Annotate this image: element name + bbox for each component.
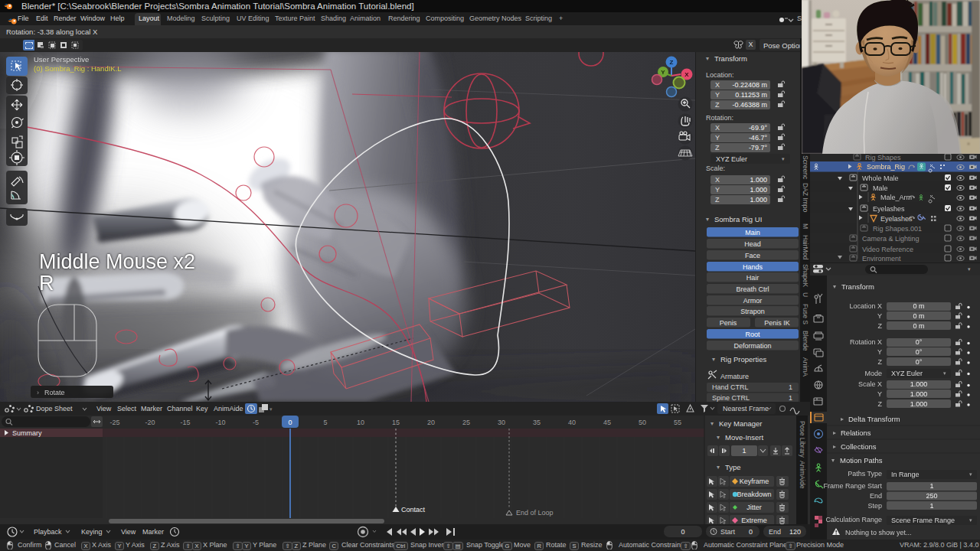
- svg-text:Eyelashes: Eyelashes: [873, 205, 905, 213]
- svg-text:Y: Y: [715, 186, 720, 194]
- svg-text:1.000: 1.000: [910, 380, 928, 388]
- svg-text:Z: Z: [715, 101, 720, 109]
- svg-text:0°: 0°: [916, 348, 923, 356]
- svg-text:Delta Transform: Delta Transform: [848, 415, 900, 423]
- svg-text:-25: -25: [109, 419, 119, 426]
- svg-text:Marker: Marker: [142, 528, 164, 536]
- svg-text:0 m: 0 m: [913, 302, 924, 310]
- svg-text:X: X: [684, 71, 689, 78]
- svg-text:Sombra_Rig: Sombra_Rig: [867, 163, 905, 171]
- svg-text:Contact: Contact: [401, 506, 426, 514]
- svg-text:Whole Male: Whole Male: [862, 174, 899, 182]
- svg-text:Type: Type: [725, 463, 741, 471]
- svg-text:▾: ▾: [717, 434, 720, 441]
- svg-text:In Range: In Range: [891, 471, 920, 478]
- svg-text:Motion Paths: Motion Paths: [840, 456, 883, 465]
- svg-text:120: 120: [789, 528, 801, 536]
- svg-text:-10: -10: [215, 419, 225, 426]
- svg-text:Transform: Transform: [714, 54, 747, 63]
- svg-text:45: 45: [603, 419, 611, 426]
- svg-text:Z: Z: [878, 358, 883, 366]
- svg-text:Eyelashes: Eyelashes: [880, 215, 913, 223]
- svg-text:Key: Key: [196, 405, 208, 412]
- svg-text:▸: ▸: [841, 416, 844, 422]
- svg-text:Y: Y: [715, 134, 720, 142]
- svg-text:Move-Insert: Move-Insert: [725, 433, 764, 442]
- svg-text:Jitter: Jitter: [746, 504, 762, 511]
- svg-text:Scale:: Scale:: [706, 165, 725, 172]
- svg-text:Rotation:: Rotation:: [706, 114, 733, 122]
- svg-text:10: 10: [357, 419, 364, 426]
- svg-text:Root: Root: [745, 331, 760, 338]
- svg-text:R: R: [39, 272, 54, 295]
- svg-text:15: 15: [392, 419, 400, 426]
- svg-text:Rig Shapes: Rig Shapes: [865, 154, 901, 161]
- svg-text:1: 1: [789, 394, 792, 402]
- svg-text:Armature: Armature: [720, 373, 749, 380]
- svg-text:▾: ▾: [969, 517, 972, 523]
- svg-text:Extreme: Extreme: [741, 517, 767, 524]
- svg-text:0 m: 0 m: [913, 312, 924, 320]
- svg-text:Location:: Location:: [706, 71, 734, 79]
- svg-text:End: End: [769, 528, 781, 536]
- svg-text:Key Manager: Key Manager: [719, 419, 763, 428]
- svg-text:Z: Z: [715, 144, 720, 152]
- svg-text:-5: -5: [253, 419, 259, 426]
- svg-text:Sombra Rig UI: Sombra Rig UI: [714, 215, 762, 223]
- svg-text:Deformation: Deformation: [733, 342, 771, 350]
- svg-text:-20: -20: [145, 419, 155, 426]
- svg-text:Hand CTRL: Hand CTRL: [712, 383, 749, 391]
- svg-text:Male_Arm: Male_Arm: [880, 194, 912, 201]
- svg-text:▸: ▸: [833, 443, 836, 450]
- svg-text:50: 50: [639, 419, 646, 426]
- svg-text:-0.22408 m: -0.22408 m: [732, 81, 767, 89]
- svg-text:Marker: Marker: [141, 405, 162, 412]
- svg-text:55: 55: [674, 419, 681, 426]
- svg-text:▾: ▾: [831, 457, 835, 464]
- svg-text:Z: Z: [670, 59, 674, 66]
- svg-text:1.000: 1.000: [910, 390, 928, 398]
- svg-text:Select: Select: [117, 405, 137, 412]
- svg-text:Collections: Collections: [841, 442, 877, 451]
- svg-text:Environment: Environment: [862, 255, 901, 262]
- svg-text:▾: ▾: [833, 283, 836, 290]
- svg-text:0: 0: [749, 528, 753, 536]
- svg-text:Spine CTRL: Spine CTRL: [712, 394, 750, 402]
- svg-text:Scene Frame Range: Scene Frame Range: [891, 517, 955, 524]
- svg-text:Z: Z: [878, 400, 883, 408]
- svg-text:Head: Head: [744, 240, 761, 248]
- svg-text:Nothing to show yet...: Nothing to show yet...: [845, 529, 912, 536]
- svg-text:-15: -15: [180, 419, 190, 426]
- svg-text:Z: Z: [715, 196, 720, 204]
- svg-text:Penis: Penis: [720, 319, 737, 327]
- svg-text:Calculation Range: Calculation Range: [825, 516, 882, 523]
- svg-text:5: 5: [323, 419, 327, 426]
- svg-text:X: X: [715, 176, 720, 184]
- svg-text:▾: ▾: [717, 464, 720, 471]
- svg-text:▾: ▾: [712, 356, 715, 363]
- svg-text:-79.7°: -79.7°: [749, 144, 768, 152]
- svg-text:▾: ▾: [706, 55, 709, 62]
- svg-text:Start: Start: [720, 528, 736, 536]
- svg-text:Main: Main: [745, 229, 760, 236]
- svg-text:-46.7°: -46.7°: [749, 134, 768, 142]
- svg-text:Video Reference: Video Reference: [862, 246, 913, 253]
- svg-text:1.000: 1.000: [750, 196, 767, 204]
- svg-text:Summary: Summary: [12, 429, 42, 437]
- svg-text:Breakdown: Breakdown: [737, 491, 771, 498]
- svg-text:0°: 0°: [916, 338, 923, 346]
- svg-text:▸: ▸: [833, 429, 836, 436]
- svg-text:Y: Y: [877, 348, 882, 356]
- svg-text:1: 1: [742, 447, 746, 455]
- svg-text:Strapon: Strapon: [740, 308, 765, 315]
- svg-text:0°: 0°: [916, 358, 923, 366]
- svg-text:1.000: 1.000: [750, 186, 767, 194]
- svg-text:250: 250: [926, 492, 937, 500]
- svg-text:User Perspective: User Perspective: [34, 55, 89, 64]
- svg-text:0 m: 0 m: [913, 322, 924, 330]
- svg-text:XYZ Euler: XYZ Euler: [891, 370, 923, 377]
- svg-text:0: 0: [681, 528, 684, 536]
- svg-text:▾: ▾: [782, 156, 785, 161]
- svg-text:1: 1: [789, 383, 792, 391]
- svg-text:Penis IK: Penis IK: [764, 319, 790, 327]
